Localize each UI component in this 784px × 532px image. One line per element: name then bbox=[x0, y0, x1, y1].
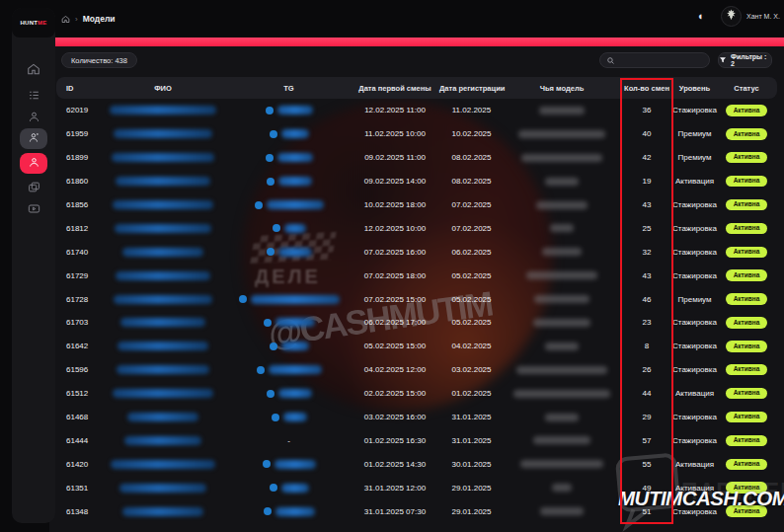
table-row[interactable]: 6172907.02.2025 18:0005.02.202543Стажиро… bbox=[56, 264, 777, 287]
table-row[interactable]: 6172807.02.2025 15:0005.02.202546Премиум… bbox=[56, 287, 777, 311]
sidebar-item-home[interactable] bbox=[12, 62, 55, 80]
cell-tg bbox=[227, 295, 351, 304]
sidebar-item-cards[interactable] bbox=[12, 180, 55, 197]
table-row[interactable]: 6186009.02.2025 14:0008.02.202519Активац… bbox=[56, 170, 777, 193]
cell-first-shift: 07.02.2025 15:00 bbox=[351, 295, 439, 304]
fio-blur-bar bbox=[119, 484, 206, 493]
cell-fio bbox=[99, 342, 227, 350]
table-row[interactable]: 6181212.02.2025 10:0007.02.202525Стажиро… bbox=[56, 216, 777, 240]
model-blur-bar bbox=[550, 224, 574, 232]
cell-tg bbox=[227, 365, 351, 374]
cell-shifts: 29 bbox=[620, 413, 673, 421]
cell-status: Активна bbox=[716, 199, 777, 211]
table-row[interactable]: 6174007.02.2025 16:0006.02.202532Стажиро… bbox=[56, 240, 777, 264]
screen: HUNTME › Модели ◐ Хант bbox=[0, 0, 784, 532]
cell-id: 61703 bbox=[56, 318, 99, 327]
cell-fio bbox=[99, 389, 227, 398]
tg-blur-bar bbox=[275, 507, 315, 516]
cell-status: Активна bbox=[716, 435, 777, 447]
column-header-level[interactable]: Уровень bbox=[673, 84, 716, 93]
cell-status: Активна bbox=[716, 152, 777, 164]
cell-fio bbox=[99, 106, 227, 114]
cell-status: Активна bbox=[716, 459, 777, 471]
column-header-shifts-count[interactable]: Кол-во смен bbox=[620, 84, 673, 93]
cell-registered: 29.01.2025 bbox=[439, 507, 504, 516]
table-row[interactable]: 6159604.02.2025 12:0003.02.202526Стажиро… bbox=[56, 358, 777, 382]
cell-first-shift: 31.01.2025 12:00 bbox=[351, 484, 439, 493]
cell-model bbox=[504, 390, 620, 398]
cell-id: 62019 bbox=[56, 106, 99, 114]
column-header-first-shift[interactable]: Дата первой смены bbox=[351, 84, 439, 93]
table-row[interactable]: 6151202.02.2025 15:0001.02.202544Активац… bbox=[56, 382, 777, 406]
cell-registered: 06.02.2025 bbox=[439, 248, 504, 257]
table-row[interactable]: 6170306.02.2025 17:0005.02.202523Стажиро… bbox=[56, 311, 777, 335]
model-blur-bar bbox=[539, 107, 585, 114]
breadcrumb-home-icon[interactable] bbox=[61, 10, 70, 28]
users-group-icon bbox=[28, 130, 40, 148]
filters-button[interactable]: Фильтры : 2 bbox=[718, 52, 772, 68]
cell-model bbox=[504, 154, 620, 162]
table-row[interactable]: 6189909.02.2025 11:0008.02.202542Премиум… bbox=[56, 146, 777, 170]
telegram-icon bbox=[267, 178, 274, 186]
app-logo[interactable]: HUNTME bbox=[12, 8, 55, 38]
cell-fio bbox=[99, 318, 227, 327]
status-badge: Активна bbox=[726, 152, 768, 164]
cell-model bbox=[504, 107, 620, 114]
cell-level: Стажировка bbox=[673, 200, 716, 209]
cell-tg bbox=[227, 200, 351, 209]
sidebar-item-models[interactable] bbox=[20, 153, 47, 174]
theme-toggle-icon[interactable]: ◐ bbox=[698, 10, 705, 22]
cell-status: Активна bbox=[716, 317, 777, 329]
cell-id: 61642 bbox=[56, 342, 99, 350]
fio-blur-bar bbox=[118, 342, 208, 350]
cell-tg bbox=[227, 153, 351, 162]
column-header-registration[interactable]: Дата регистрации bbox=[439, 84, 504, 93]
table-row[interactable]: 6201912.02.2025 11:0011.02.202536Стажиро… bbox=[56, 99, 777, 122]
search-input[interactable] bbox=[615, 56, 700, 65]
model-blur-bar bbox=[513, 390, 610, 398]
cell-first-shift: 01.02.2025 14:30 bbox=[351, 460, 439, 469]
table-row[interactable]: 6185610.02.2025 18:0007.02.202543Стажиро… bbox=[56, 193, 777, 217]
table-row[interactable]: 6146803.02.2025 16:0031.01.202529Стажиро… bbox=[56, 406, 777, 429]
sidebar-item-profile[interactable] bbox=[12, 110, 55, 127]
cell-id: 61348 bbox=[56, 507, 99, 516]
column-header-id[interactable]: ID bbox=[56, 84, 99, 93]
cell-registered: 29.01.2025 bbox=[439, 484, 504, 493]
cell-id: 61420 bbox=[56, 460, 99, 469]
column-header-tg[interactable]: TG bbox=[227, 84, 351, 93]
sidebar-item-list[interactable] bbox=[12, 88, 55, 106]
column-header-model-owner[interactable]: Чья модель bbox=[504, 84, 620, 93]
table-row[interactable]: 6164205.02.2025 15:0004.02.20258Стажиров… bbox=[56, 335, 777, 358]
search-box[interactable] bbox=[599, 52, 710, 68]
model-blur-bar bbox=[533, 319, 590, 327]
column-header-status[interactable]: Статус bbox=[716, 84, 777, 93]
cell-tg bbox=[227, 413, 351, 421]
cell-model bbox=[504, 130, 620, 138]
avatar[interactable] bbox=[721, 6, 742, 27]
table-row[interactable]: 6195911.02.2025 10:0010.02.202540Премиум… bbox=[56, 122, 777, 146]
cards-icon bbox=[28, 180, 40, 197]
model-blur-bar bbox=[534, 295, 589, 303]
user-name[interactable]: Хант М. Х. bbox=[746, 13, 780, 20]
cell-registered: 03.02.2025 bbox=[439, 365, 504, 374]
cell-first-shift: 07.02.2025 16:00 bbox=[351, 248, 439, 257]
cell-status: Активна bbox=[716, 388, 777, 400]
sidebar-item-users-group[interactable] bbox=[20, 128, 47, 149]
cell-registered: 05.02.2025 bbox=[439, 318, 504, 327]
status-badge: Активна bbox=[726, 199, 768, 211]
cell-tg bbox=[227, 248, 351, 257]
cell-fio bbox=[99, 460, 227, 469]
sidebar-item-video[interactable] bbox=[12, 201, 55, 219]
status-badge: Активна bbox=[726, 364, 768, 376]
cell-registered: 10.02.2025 bbox=[439, 129, 504, 138]
cell-first-shift: 12.02.2025 11:00 bbox=[351, 106, 439, 114]
search-icon bbox=[606, 51, 615, 69]
cell-shifts: 57 bbox=[620, 436, 673, 445]
model-blur-bar bbox=[545, 178, 579, 186]
cell-first-shift: 03.02.2025 16:00 bbox=[351, 413, 439, 421]
home-icon bbox=[27, 62, 40, 80]
cell-level: Премиум bbox=[673, 295, 716, 304]
cell-tg bbox=[227, 106, 351, 114]
column-header-fio[interactable]: ФИО bbox=[99, 84, 227, 93]
breadcrumb-page[interactable]: Модели bbox=[83, 14, 116, 24]
